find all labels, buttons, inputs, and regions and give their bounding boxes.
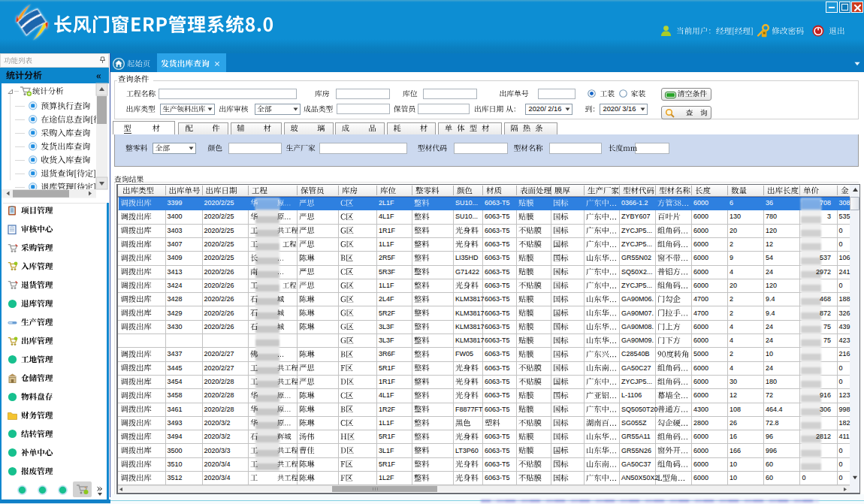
- svg-text:6063-T5: 6063-T5: [485, 337, 510, 344]
- svg-text:ZYCJP5...: ZYCJP5...: [621, 282, 652, 289]
- svg-text:4700: 4700: [693, 309, 708, 317]
- svg-text:72.8: 72.8: [766, 419, 779, 427]
- svg-text:3424: 3424: [168, 282, 183, 289]
- svg-text:20: 20: [730, 227, 737, 234]
- svg-text:6000: 6000: [693, 227, 708, 234]
- svg-text:6063-T5: 6063-T5: [485, 254, 510, 261]
- svg-text:1L1F: 1L1F: [379, 282, 394, 289]
- svg-text:1L2F: 1L2F: [379, 474, 394, 481]
- svg-text:216: 216: [839, 350, 850, 358]
- svg-text:SG055Z: SG055Z: [621, 419, 647, 427]
- svg-text:6063-T5: 6063-T5: [485, 295, 510, 303]
- svg-text:GA50C27: GA50C27: [621, 364, 651, 372]
- svg-text:120: 120: [766, 282, 777, 289]
- svg-text:4L1F: 4L1F: [379, 391, 394, 399]
- svg-text:6063-T5: 6063-T5: [485, 406, 510, 413]
- svg-text:0: 0: [839, 282, 843, 289]
- svg-text:2020/2/26: 2020/2/26: [204, 268, 234, 276]
- svg-text:3458: 3458: [168, 391, 183, 399]
- svg-text:6063-T5: 6063-T5: [485, 391, 510, 399]
- svg-text:GA90M08.: GA90M08.: [621, 323, 654, 330]
- svg-text:2020/2/25: 2020/2/25: [204, 240, 234, 248]
- svg-text:2020/3/2: 2020/3/2: [204, 419, 231, 427]
- svg-text:0: 0: [839, 240, 843, 248]
- svg-text:ZYCJP5...: ZYCJP5...: [621, 240, 652, 248]
- svg-text:6000: 6000: [693, 460, 708, 468]
- svg-text:120: 120: [766, 227, 777, 234]
- svg-text:3409: 3409: [168, 254, 183, 261]
- svg-text:2020/3/4: 2020/3/4: [204, 474, 231, 481]
- svg-text:2020/2/26: 2020/2/26: [204, 323, 234, 330]
- svg-text:GA90M06.: GA90M06.: [621, 295, 654, 303]
- svg-text:3454: 3454: [168, 378, 183, 385]
- svg-text:1L1F: 1L1F: [379, 240, 394, 248]
- svg-text:6000: 6000: [693, 378, 708, 385]
- svg-text:6000: 6000: [693, 391, 708, 399]
- svg-text:60: 60: [766, 474, 773, 481]
- svg-text:SQ5050T20: SQ5050T20: [621, 406, 658, 413]
- svg-text:5R1F: 5R1F: [379, 460, 396, 468]
- svg-text:10: 10: [730, 474, 737, 481]
- svg-text:1R2F: 1R2F: [379, 406, 396, 413]
- svg-text:4700: 4700: [693, 295, 708, 303]
- svg-text:3500: 3500: [168, 447, 183, 454]
- svg-text:6063-T5: 6063-T5: [485, 199, 510, 207]
- svg-text:2: 2: [730, 295, 733, 303]
- svg-text:3L3F: 3L3F: [379, 323, 394, 330]
- svg-text:2020/2/26: 2020/2/26: [204, 295, 234, 303]
- svg-text:166: 166: [730, 447, 741, 454]
- svg-text:KLM3817: KLM3817: [455, 323, 485, 330]
- svg-text:12: 12: [766, 240, 773, 248]
- svg-text:2020/2/25: 2020/2/25: [204, 254, 234, 261]
- svg-text:75: 75: [823, 337, 831, 344]
- svg-text:2020/2/27: 2020/2/27: [204, 364, 234, 372]
- svg-text:3400: 3400: [168, 213, 183, 220]
- svg-text:24: 24: [766, 364, 773, 372]
- svg-text:6063-T5: 6063-T5: [485, 240, 510, 248]
- svg-text:SQ50X2...: SQ50X2...: [621, 268, 653, 276]
- svg-text:6000: 6000: [693, 364, 708, 372]
- svg-text:2020/2/25: 2020/2/25: [204, 227, 234, 234]
- svg-text:2020/2/28: 2020/2/28: [204, 378, 234, 385]
- svg-text:4300: 4300: [693, 406, 708, 413]
- svg-text:2020/2/28: 2020/2/28: [204, 406, 234, 413]
- svg-text:26: 26: [730, 419, 737, 427]
- svg-text:FW05: FW05: [455, 350, 473, 358]
- svg-text:3R6F: 3R6F: [379, 350, 396, 358]
- svg-text:24: 24: [766, 323, 773, 330]
- svg-text:54: 54: [766, 254, 773, 261]
- svg-text:6063-T5: 6063-T5: [485, 378, 510, 385]
- svg-text:6000: 6000: [693, 282, 708, 289]
- svg-text:439: 439: [839, 323, 850, 330]
- svg-text:10: 10: [730, 460, 737, 468]
- svg-text:2020/3/4: 2020/3/4: [204, 460, 231, 468]
- svg-text:3494: 3494: [168, 433, 183, 440]
- svg-text:0: 0: [839, 460, 843, 468]
- svg-text:2020/2/25: 2020/2/25: [204, 213, 234, 220]
- svg-text:L-1106: L-1106: [621, 391, 642, 399]
- svg-text:6000: 6000: [693, 474, 708, 481]
- svg-text:1R1F: 1R1F: [379, 227, 396, 234]
- svg-text:2800: 2800: [693, 419, 708, 427]
- svg-text:1L1F: 1L1F: [379, 419, 394, 427]
- svg-text:4: 4: [730, 364, 733, 372]
- svg-text:6063-T5: 6063-T5: [485, 364, 510, 372]
- svg-text:411: 411: [839, 433, 850, 440]
- svg-text:6063-T5: 6063-T5: [485, 350, 510, 358]
- svg-text:3445: 3445: [168, 364, 183, 372]
- svg-text:2R5F: 2R5F: [379, 254, 396, 261]
- svg-text:6063-T5: 6063-T5: [485, 282, 510, 289]
- svg-text:3510: 3510: [168, 460, 183, 468]
- svg-text:6063-T5: 6063-T5: [485, 227, 510, 234]
- svg-text:5R1F: 5R1F: [379, 364, 396, 372]
- svg-text:3430: 3430: [168, 323, 183, 330]
- svg-text:2812: 2812: [816, 433, 831, 440]
- svg-text:0: 0: [839, 364, 843, 372]
- svg-text:6000: 6000: [693, 433, 708, 440]
- svg-text:10: 10: [766, 350, 773, 358]
- svg-text:16: 16: [730, 433, 737, 440]
- svg-text:GA50C37: GA50C37: [621, 460, 651, 468]
- svg-text:108: 108: [730, 406, 741, 413]
- svg-text:2972: 2972: [816, 268, 831, 276]
- svg-text:24: 24: [766, 337, 773, 344]
